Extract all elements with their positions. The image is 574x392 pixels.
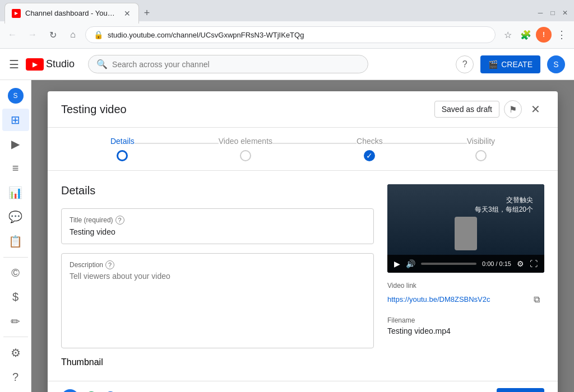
step-connector-3 [383, 143, 467, 144]
minimize-button[interactable]: ─ [536, 8, 545, 17]
sidebar-item-subtitles[interactable]: 📋 [2, 230, 29, 252]
search-input[interactable] [112, 60, 360, 69]
sidebar-item-earn[interactable]: $ [2, 286, 29, 308]
sidebar-item-help[interactable]: ? [2, 366, 29, 388]
video-text-overlay: 交替触尖 每天3组，每组20个 [475, 195, 533, 214]
sidebar-item-analytics[interactable]: 📊 [2, 181, 29, 203]
title-field-label: Title (required) [70, 216, 113, 224]
description-field-group: Description ? [61, 253, 374, 348]
fullscreen-icon[interactable]: ⛶ [530, 259, 538, 268]
step-details[interactable]: Details [110, 137, 135, 161]
browser-tab[interactable]: Channel dashboard - YouTube S... ✕ [4, 3, 139, 24]
copyright-icon: © [11, 267, 20, 279]
bookmark-icon[interactable]: ☆ [500, 27, 516, 43]
back-button[interactable]: ← [4, 27, 20, 43]
sidebar-divider-2 [3, 337, 28, 337]
video-overlay-line2: 每天3组，每组20个 [475, 205, 533, 214]
title-input[interactable] [70, 227, 365, 236]
playlists-icon: ≡ [12, 162, 19, 175]
video-progress-bar[interactable] [421, 263, 476, 265]
description-help-icon[interactable]: ? [105, 260, 114, 269]
search-icon: 🔍 [96, 59, 108, 69]
copy-link-button[interactable]: ⧉ [529, 292, 544, 307]
step-connector-1 [135, 143, 219, 144]
close-window-button[interactable]: ✕ [561, 8, 570, 17]
search-bar[interactable]: 🔍 [88, 55, 368, 73]
filename-label: Filename [387, 316, 544, 324]
sidebar-item-dashboard[interactable]: ⊞ [2, 109, 29, 130]
sidebar-item-customise[interactable]: ✏ [2, 310, 29, 332]
sidebar-item-copyright[interactable]: © [2, 262, 29, 283]
modal-title: Testing video [61, 103, 434, 116]
user-avatar[interactable]: S [547, 55, 565, 73]
lock-icon: 🔒 [94, 30, 103, 39]
next-button[interactable]: NEXT [497, 388, 544, 392]
address-bar[interactable]: 🔒 studio.youtube.com/channel/UCsvGxwpnFR… [85, 26, 496, 43]
description-textarea[interactable] [70, 272, 365, 339]
yt-studio-logo[interactable]: Studio [26, 58, 75, 71]
video-preview: 交替触尖 每天3组，每组20个 ▶ 🔊 [387, 184, 544, 273]
modal-close-button[interactable]: ✕ [526, 100, 544, 118]
play-button[interactable]: ▶ [394, 259, 400, 268]
volume-button[interactable]: 🔊 [406, 259, 415, 268]
create-icon: 🎬 [488, 60, 498, 69]
step-visibility[interactable]: Visibility [467, 137, 495, 161]
check-icon: ✓ [366, 151, 373, 160]
thumbnail-label: Thumbnail [61, 357, 103, 367]
modal-left-panel: Details Title (required) ? Desc [61, 184, 374, 367]
youtube-logo-icon [26, 58, 44, 71]
modal-footer: ↑ ✓ ✓ Checks complete. No issues found. … [48, 381, 558, 392]
extensions-icon[interactable]: 🧩 [518, 27, 534, 43]
sidebar-avatar: S [8, 88, 24, 104]
step-details-dot [117, 150, 128, 161]
flag-button[interactable]: ⚑ [504, 100, 522, 118]
saved-as-draft-button[interactable]: Saved as draft [434, 101, 499, 118]
analytics-icon: 📊 [8, 186, 22, 199]
step-checks[interactable]: Checks ✓ [357, 137, 383, 161]
sidebar-toggle-icon[interactable]: ☰ [9, 58, 19, 71]
new-tab-button[interactable]: + [139, 5, 155, 21]
thumbnail-section: Thumbnail [61, 357, 374, 367]
sidebar-item-comments[interactable]: 💬 [2, 206, 29, 228]
video-link-url[interactable]: https://youtu.be/DM8ZSBNsV2c [387, 295, 490, 304]
browser-menu-icon[interactable]: ⋮ [554, 27, 570, 43]
forward-button[interactable]: → [25, 27, 40, 43]
main-content: Testing video Saved as draft ⚑ ✕ Details [31, 80, 574, 392]
video-controls: ▶ 🔊 0:00 / 0:15 ⚙ ⛶ [387, 255, 544, 273]
settings-icon: ⚙ [11, 346, 21, 360]
title-help-icon[interactable]: ? [115, 216, 124, 225]
filename-section: Filename Testing video.mp4 [387, 316, 544, 335]
modal-overlay: Testing video Saved as draft ⚑ ✕ Details [31, 80, 574, 392]
sidebar-divider [3, 257, 28, 258]
tab-title: Channel dashboard - YouTube S... [25, 9, 118, 17]
maximize-button[interactable]: □ [548, 8, 557, 17]
home-button[interactable]: ⌂ [65, 27, 81, 43]
step-connector-2 [272, 143, 357, 144]
notification-extension-icon[interactable]: ! [536, 27, 552, 43]
sidebar-item-content[interactable]: ▶ [2, 133, 29, 155]
modal-header: Testing video Saved as draft ⚑ ✕ [48, 91, 558, 128]
youtube-header: ☰ Studio 🔍 ? 🎬 CREATE S [0, 49, 574, 80]
step-visibility-label: Visibility [467, 137, 495, 146]
tab-favicon [12, 9, 21, 18]
upload-modal: Testing video Saved as draft ⚑ ✕ Details [48, 91, 558, 392]
earn-icon: $ [12, 291, 18, 304]
subtitles-icon: 📋 [8, 235, 22, 248]
upload-icon[interactable]: ↑ [61, 389, 79, 392]
video-settings-icon[interactable]: ⚙ [517, 259, 524, 268]
sidebar-item-playlists[interactable]: ≡ [2, 157, 29, 179]
tab-close-icon[interactable]: ✕ [123, 8, 132, 19]
comments-icon: 💬 [8, 210, 22, 223]
create-button[interactable]: 🎬 CREATE [480, 55, 540, 73]
content-icon: ▶ [11, 137, 20, 151]
reload-button[interactable]: ↻ [45, 27, 61, 43]
studio-label: Studio [46, 58, 75, 70]
step-visibility-dot [475, 150, 487, 161]
help-button[interactable]: ? [456, 55, 474, 73]
step-video-elements[interactable]: Video elements [219, 137, 272, 161]
customise-icon: ✏ [11, 315, 20, 328]
video-link-label: Video link [387, 282, 544, 290]
sidebar-item-settings[interactable]: ⚙ [2, 342, 29, 363]
sidebar-item-avatar[interactable]: S [2, 85, 29, 106]
stepper: Details Video elements Checks ✓ [48, 128, 558, 171]
